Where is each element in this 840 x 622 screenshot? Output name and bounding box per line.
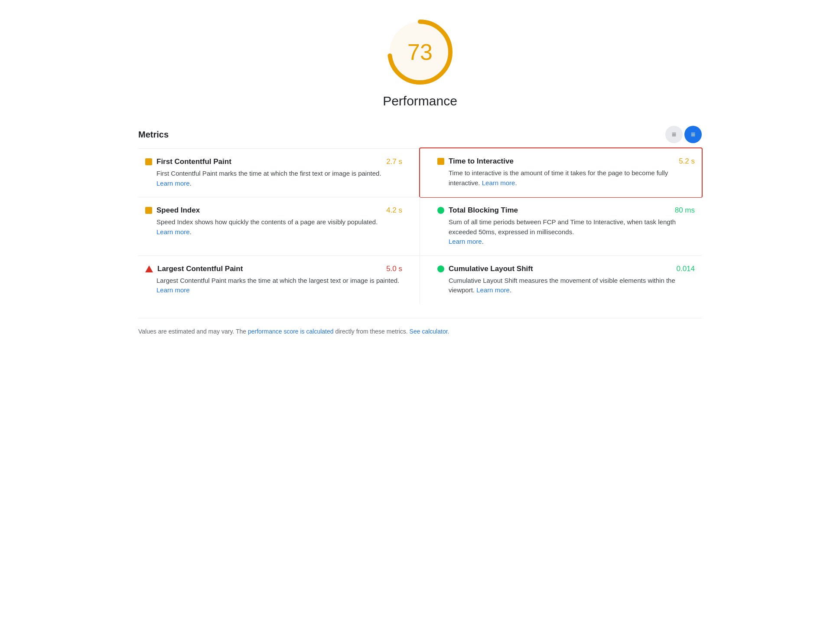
metrics-section: Metrics ≡ ≡ First Contentful Paint 2.7 s…	[138, 126, 702, 336]
metric-lcp-name: Largest Contentful Paint	[157, 265, 243, 273]
metric-cls-name-row: Cumulative Layout Shift	[437, 265, 533, 273]
metric-si-value: 4.2 s	[386, 206, 402, 215]
metric-cls: Cumulative Layout Shift 0.014 Cumulative…	[420, 255, 702, 304]
metric-tti: Time to Interactive 5.2 s Time to intera…	[419, 147, 703, 198]
metric-tti-learn-more[interactable]: Learn more	[482, 179, 515, 187]
metric-tbt-desc: Sum of all time periods between FCP and …	[437, 217, 695, 247]
score-section: 73 Performance	[26, 17, 814, 108]
view-toggle: ≡ ≡	[665, 126, 702, 143]
metric-tbt-name-row: Total Blocking Time	[437, 206, 518, 215]
metric-cls-header: Cumulative Layout Shift 0.014	[437, 265, 695, 273]
metric-lcp-learn-more[interactable]: Learn more	[156, 286, 190, 294]
metric-si: Speed Index 4.2 s Speed Index shows how …	[138, 197, 420, 255]
list-view-button[interactable]: ≡	[665, 126, 683, 143]
orange-square-icon	[145, 158, 152, 165]
score-value: 73	[407, 39, 433, 65]
metric-tti-value: 5.2 s	[679, 157, 695, 166]
green-circle-icon-cls	[437, 265, 444, 272]
metric-tbt-learn-more[interactable]: Learn more	[449, 238, 482, 245]
footer-text-between: directly from these metrics.	[334, 328, 410, 335]
footer-note: Values are estimated and may vary. The p…	[138, 318, 702, 336]
metric-fcp-header: First Contentful Paint 2.7 s	[145, 157, 402, 166]
metric-fcp-name-row: First Contentful Paint	[145, 157, 231, 166]
metric-fcp-name: First Contentful Paint	[156, 157, 231, 166]
score-circle: 73	[385, 17, 455, 87]
metric-si-name: Speed Index	[156, 206, 200, 215]
see-calculator-link[interactable]: See calculator.	[410, 328, 449, 335]
metric-cls-desc: Cumulative Layout Shift measures the mov…	[437, 276, 695, 295]
performance-score-link[interactable]: performance score is calculated	[248, 328, 334, 335]
metric-lcp: Largest Contentful Paint 5.0 s Largest C…	[138, 255, 420, 304]
metric-fcp: First Contentful Paint 2.7 s First Conte…	[138, 148, 420, 197]
metrics-grid: First Contentful Paint 2.7 s First Conte…	[138, 148, 702, 304]
metric-tti-name-row: Time to Interactive	[437, 157, 514, 166]
list-icon: ≡	[672, 130, 677, 139]
orange-square-icon-si	[145, 207, 152, 214]
metric-lcp-header: Largest Contentful Paint 5.0 s	[145, 265, 402, 273]
detail-view-button[interactable]: ≡	[684, 126, 702, 143]
metric-fcp-learn-more[interactable]: Learn more	[156, 180, 190, 187]
metric-tti-header: Time to Interactive 5.2 s	[437, 157, 695, 166]
metric-lcp-name-row: Largest Contentful Paint	[145, 265, 243, 273]
red-triangle-icon-lcp	[145, 265, 153, 272]
metric-fcp-desc: First Contentful Paint marks the time at…	[145, 169, 402, 188]
metric-lcp-desc: Largest Contentful Paint marks the time …	[145, 276, 402, 295]
metric-cls-name: Cumulative Layout Shift	[449, 265, 533, 273]
metric-tbt-name: Total Blocking Time	[449, 206, 518, 215]
metric-tbt-header: Total Blocking Time 80 ms	[437, 206, 695, 215]
metric-fcp-value: 2.7 s	[386, 157, 402, 166]
metric-si-header: Speed Index 4.2 s	[145, 206, 402, 215]
metric-cls-value: 0.014	[676, 265, 695, 273]
metric-si-learn-more[interactable]: Learn more	[156, 228, 190, 236]
detail-icon: ≡	[691, 130, 696, 139]
metric-tti-desc: Time to interactive is the amount of tim…	[437, 168, 695, 188]
metric-si-name-row: Speed Index	[145, 206, 200, 215]
score-label: Performance	[383, 94, 457, 108]
metric-cls-learn-more[interactable]: Learn more	[476, 286, 510, 294]
metrics-header: Metrics ≡ ≡	[138, 126, 702, 143]
green-circle-icon-tbt	[437, 207, 444, 214]
footer-text-before: Values are estimated and may vary. The	[138, 328, 248, 335]
metrics-title: Metrics	[138, 130, 169, 140]
metric-tbt-value: 80 ms	[675, 206, 695, 215]
metric-si-desc: Speed Index shows how quickly the conten…	[145, 217, 402, 237]
metric-tbt: Total Blocking Time 80 ms Sum of all tim…	[420, 197, 702, 255]
orange-square-icon-tti	[437, 158, 444, 165]
metric-tti-name: Time to Interactive	[449, 157, 514, 166]
metric-lcp-value: 5.0 s	[386, 265, 402, 273]
